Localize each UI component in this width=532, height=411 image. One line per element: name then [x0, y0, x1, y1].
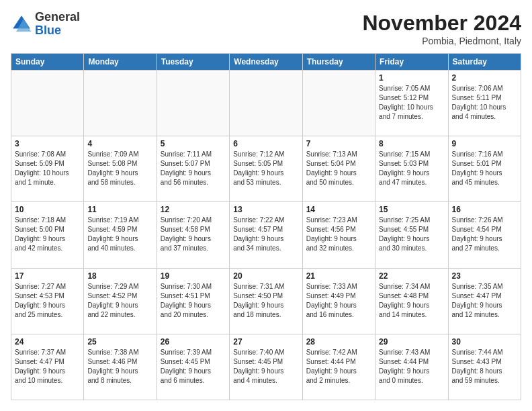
day-number: 3: [15, 139, 80, 148]
day-number: 11: [87, 205, 152, 214]
calendar-week-row: 17Sunrise: 7:27 AMSunset: 4:53 PMDayligh…: [11, 268, 521, 334]
table-row: 26Sunrise: 7:39 AMSunset: 4:45 PMDayligh…: [157, 334, 229, 400]
table-row: [84, 71, 157, 136]
day-info: Sunrise: 7:09 AMSunset: 5:08 PMDaylight:…: [87, 150, 152, 187]
day-info: Sunrise: 7:42 AMSunset: 4:44 PMDaylight:…: [306, 348, 371, 385]
day-number: 13: [233, 205, 298, 214]
day-info: Sunrise: 7:22 AMSunset: 4:57 PMDaylight:…: [233, 216, 298, 253]
day-info: Sunrise: 7:13 AMSunset: 5:04 PMDaylight:…: [306, 150, 371, 187]
day-number: 9: [452, 139, 517, 148]
day-number: 17: [15, 271, 80, 281]
day-number: 16: [452, 205, 517, 214]
table-row: 23Sunrise: 7:35 AMSunset: 4:47 PMDayligh…: [448, 268, 521, 334]
table-row: 17Sunrise: 7:27 AMSunset: 4:53 PMDayligh…: [11, 268, 84, 334]
calendar-week-row: 24Sunrise: 7:37 AMSunset: 4:47 PMDayligh…: [11, 334, 521, 400]
day-number: 2: [452, 73, 517, 83]
table-row: 7Sunrise: 7:13 AMSunset: 5:04 PMDaylight…: [302, 136, 375, 202]
day-number: 6: [233, 139, 298, 148]
table-row: 21Sunrise: 7:33 AMSunset: 4:49 PMDayligh…: [302, 268, 375, 334]
day-info: Sunrise: 7:29 AMSunset: 4:52 PMDaylight:…: [87, 282, 152, 320]
table-row: 6Sunrise: 7:12 AMSunset: 5:05 PMDaylight…: [230, 136, 302, 202]
day-number: 28: [306, 337, 371, 347]
table-row: 9Sunrise: 7:16 AMSunset: 5:01 PMDaylight…: [448, 136, 521, 202]
day-number: 19: [161, 271, 226, 281]
table-row: 18Sunrise: 7:29 AMSunset: 4:52 PMDayligh…: [84, 268, 157, 334]
table-row: [230, 71, 302, 136]
page-header: General Blue November 2024 Pombia, Piedm…: [11, 11, 521, 46]
day-number: 22: [379, 271, 444, 281]
logo-blue: Blue: [35, 24, 61, 37]
location: Pombia, Piedmont, Italy: [362, 36, 521, 46]
logo-icon: [11, 13, 32, 35]
day-info: Sunrise: 7:08 AMSunset: 5:09 PMDaylight:…: [15, 150, 80, 187]
table-row: 10Sunrise: 7:18 AMSunset: 5:00 PMDayligh…: [11, 202, 84, 268]
table-row: 11Sunrise: 7:19 AMSunset: 4:59 PMDayligh…: [84, 202, 157, 268]
day-info: Sunrise: 7:11 AMSunset: 5:07 PMDaylight:…: [161, 150, 226, 187]
day-info: Sunrise: 7:34 AMSunset: 4:48 PMDaylight:…: [379, 282, 444, 320]
calendar-week-row: 10Sunrise: 7:18 AMSunset: 5:00 PMDayligh…: [11, 202, 521, 268]
table-row: 22Sunrise: 7:34 AMSunset: 4:48 PMDayligh…: [375, 268, 448, 334]
table-row: [302, 71, 375, 136]
day-number: 18: [87, 271, 152, 281]
day-number: 5: [161, 139, 226, 148]
day-info: Sunrise: 7:16 AMSunset: 5:01 PMDaylight:…: [452, 150, 517, 187]
day-info: Sunrise: 7:12 AMSunset: 5:05 PMDaylight:…: [233, 150, 298, 187]
col-sunday: Sunday: [11, 54, 84, 71]
day-number: 12: [161, 205, 226, 214]
day-info: Sunrise: 7:44 AMSunset: 4:43 PMDaylight:…: [452, 348, 517, 385]
day-number: 25: [87, 337, 152, 347]
col-thursday: Thursday: [302, 54, 375, 71]
calendar-week-row: 1Sunrise: 7:05 AMSunset: 5:12 PMDaylight…: [11, 71, 521, 136]
table-row: 25Sunrise: 7:38 AMSunset: 4:46 PMDayligh…: [84, 334, 157, 400]
day-info: Sunrise: 7:39 AMSunset: 4:45 PMDaylight:…: [161, 348, 226, 385]
table-row: 24Sunrise: 7:37 AMSunset: 4:47 PMDayligh…: [11, 334, 84, 400]
day-number: 24: [15, 337, 80, 347]
table-row: 3Sunrise: 7:08 AMSunset: 5:09 PMDaylight…: [11, 136, 84, 202]
day-info: Sunrise: 7:23 AMSunset: 4:56 PMDaylight:…: [306, 216, 371, 253]
day-info: Sunrise: 7:19 AMSunset: 4:59 PMDaylight:…: [87, 216, 152, 253]
title-block: November 2024 Pombia, Piedmont, Italy: [362, 11, 521, 46]
table-row: 5Sunrise: 7:11 AMSunset: 5:07 PMDaylight…: [157, 136, 229, 202]
day-number: 26: [161, 337, 226, 347]
day-info: Sunrise: 7:20 AMSunset: 4:58 PMDaylight:…: [161, 216, 226, 253]
day-number: 30: [452, 337, 517, 347]
table-row: 14Sunrise: 7:23 AMSunset: 4:56 PMDayligh…: [302, 202, 375, 268]
table-row: 1Sunrise: 7:05 AMSunset: 5:12 PMDaylight…: [375, 71, 448, 136]
day-number: 29: [379, 337, 444, 347]
day-number: 1: [379, 73, 444, 83]
day-info: Sunrise: 7:33 AMSunset: 4:49 PMDaylight:…: [306, 282, 371, 320]
table-row: 2Sunrise: 7:06 AMSunset: 5:11 PMDaylight…: [448, 71, 521, 136]
day-info: Sunrise: 7:43 AMSunset: 4:44 PMDaylight:…: [379, 348, 444, 385]
table-row: 8Sunrise: 7:15 AMSunset: 5:03 PMDaylight…: [375, 136, 448, 202]
day-info: Sunrise: 7:27 AMSunset: 4:53 PMDaylight:…: [15, 282, 80, 320]
day-number: 21: [306, 271, 371, 281]
day-info: Sunrise: 7:06 AMSunset: 5:11 PMDaylight:…: [452, 84, 517, 122]
col-wednesday: Wednesday: [230, 54, 302, 71]
table-row: 12Sunrise: 7:20 AMSunset: 4:58 PMDayligh…: [157, 202, 229, 268]
day-number: 20: [233, 271, 298, 281]
calendar-week-row: 3Sunrise: 7:08 AMSunset: 5:09 PMDaylight…: [11, 136, 521, 202]
logo-general: General: [35, 10, 80, 24]
day-info: Sunrise: 7:15 AMSunset: 5:03 PMDaylight:…: [379, 150, 444, 187]
day-info: Sunrise: 7:18 AMSunset: 5:00 PMDaylight:…: [15, 216, 80, 253]
table-row: 30Sunrise: 7:44 AMSunset: 4:43 PMDayligh…: [448, 334, 521, 400]
table-row: 4Sunrise: 7:09 AMSunset: 5:08 PMDaylight…: [84, 136, 157, 202]
col-saturday: Saturday: [448, 54, 521, 71]
table-row: [157, 71, 229, 136]
day-info: Sunrise: 7:31 AMSunset: 4:50 PMDaylight:…: [233, 282, 298, 320]
day-info: Sunrise: 7:40 AMSunset: 4:45 PMDaylight:…: [233, 348, 298, 385]
table-row: [11, 71, 84, 136]
col-tuesday: Tuesday: [157, 54, 229, 71]
table-row: 13Sunrise: 7:22 AMSunset: 4:57 PMDayligh…: [230, 202, 302, 268]
month-year: November 2024: [362, 11, 521, 36]
table-row: 20Sunrise: 7:31 AMSunset: 4:50 PMDayligh…: [230, 268, 302, 334]
logo: General Blue: [11, 11, 80, 38]
day-info: Sunrise: 7:26 AMSunset: 4:54 PMDaylight:…: [452, 216, 517, 253]
day-info: Sunrise: 7:30 AMSunset: 4:51 PMDaylight:…: [161, 282, 226, 320]
day-number: 8: [379, 139, 444, 148]
col-monday: Monday: [84, 54, 157, 71]
day-number: 15: [379, 205, 444, 214]
day-info: Sunrise: 7:37 AMSunset: 4:47 PMDaylight:…: [15, 348, 80, 385]
table-row: 19Sunrise: 7:30 AMSunset: 4:51 PMDayligh…: [157, 268, 229, 334]
col-friday: Friday: [375, 54, 448, 71]
